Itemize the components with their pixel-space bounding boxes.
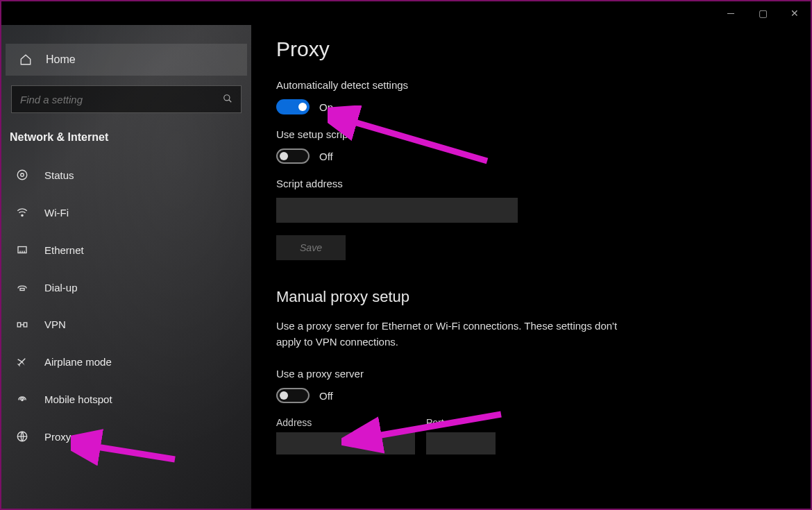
save-button[interactable]: Save xyxy=(276,235,346,260)
main-panel: Proxy Automatically detect settings On U… xyxy=(251,1,811,509)
svg-point-3 xyxy=(21,173,24,177)
hotspot-icon xyxy=(14,393,31,405)
svg-rect-9 xyxy=(20,289,24,291)
manual-description: Use a proxy server for Ethernet or Wi-Fi… xyxy=(276,318,623,350)
port-input[interactable] xyxy=(426,432,496,454)
section-title: Network & Internet xyxy=(1,131,251,153)
port-label: Port xyxy=(426,417,496,428)
home-label: Home xyxy=(46,53,76,66)
setup-script-toggle-row: Off xyxy=(276,148,786,164)
svg-point-0 xyxy=(224,94,230,100)
use-proxy-toggle-row: Off xyxy=(276,388,786,403)
auto-detect-label: Automatically detect settings xyxy=(276,79,786,91)
search-box[interactable] xyxy=(11,85,242,113)
airplane-icon xyxy=(14,355,31,368)
sidebar-item-label: Status xyxy=(44,169,74,181)
address-label: Address xyxy=(276,417,415,428)
sidebar-item-label: Ethernet xyxy=(44,244,84,256)
svg-line-1 xyxy=(229,99,232,102)
address-port-row: Address Port xyxy=(276,417,786,461)
vpn-icon xyxy=(14,319,31,330)
sidebar-item-status[interactable]: Status xyxy=(1,159,251,191)
setup-script-state: Off xyxy=(319,151,333,162)
sidebar-item-label: Mobile hotspot xyxy=(44,393,112,405)
svg-point-2 xyxy=(17,170,27,180)
sidebar-item-airplane[interactable]: Airplane mode xyxy=(1,346,251,377)
settings-sidebar: ← Settings Home Network & Internet Statu… xyxy=(1,1,251,509)
sidebar-item-label: Proxy xyxy=(44,431,71,443)
dialup-icon xyxy=(14,281,31,294)
home-button[interactable]: Home xyxy=(6,44,247,76)
sidebar-item-label: VPN xyxy=(44,318,66,330)
svg-point-4 xyxy=(22,214,23,216)
auto-detect-toggle-row: On xyxy=(276,99,786,114)
manual-heading: Manual proxy setup xyxy=(276,288,786,306)
wifi-icon xyxy=(14,206,31,219)
use-proxy-label: Use a proxy server xyxy=(276,368,786,380)
use-proxy-state: Off xyxy=(319,390,333,402)
search-input[interactable] xyxy=(20,94,223,105)
window-close-button[interactable]: ✕ xyxy=(779,1,811,25)
ethernet-icon xyxy=(14,244,31,256)
window-maximize-button[interactable]: ▢ xyxy=(747,1,779,25)
auto-detect-state: On xyxy=(319,101,333,113)
sidebar-item-wifi[interactable]: Wi-Fi xyxy=(1,196,251,228)
window-minimize-button[interactable]: ─ xyxy=(715,1,747,25)
sidebar-item-dialup[interactable]: Dial-up xyxy=(1,271,251,303)
sidebar-item-hotspot[interactable]: Mobile hotspot xyxy=(1,383,251,415)
page-title: Proxy xyxy=(276,37,786,61)
sidebar-item-label: Airplane mode xyxy=(44,356,112,368)
window-titlebar: ─ ▢ ✕ xyxy=(1,1,811,25)
sidebar-item-ethernet[interactable]: Ethernet xyxy=(1,234,251,266)
sidebar-item-label: Wi-Fi xyxy=(44,207,69,219)
svg-rect-10 xyxy=(17,323,21,327)
auto-detect-toggle[interactable] xyxy=(276,99,310,114)
status-icon xyxy=(14,169,31,181)
svg-point-13 xyxy=(22,399,23,400)
setup-script-label: Use setup script xyxy=(276,128,786,140)
search-icon xyxy=(223,94,232,105)
sidebar-item-vpn[interactable]: VPN xyxy=(1,309,251,340)
script-address-label: Script address xyxy=(276,178,786,189)
home-icon xyxy=(18,53,33,66)
proxy-icon xyxy=(14,430,31,443)
use-proxy-toggle[interactable] xyxy=(276,388,310,403)
sidebar-item-proxy[interactable]: Proxy xyxy=(1,420,251,452)
script-address-input[interactable] xyxy=(276,198,518,223)
address-input[interactable] xyxy=(276,432,415,454)
svg-rect-11 xyxy=(24,323,27,327)
sidebar-item-label: Dial-up xyxy=(44,282,78,294)
setup-script-toggle[interactable] xyxy=(276,148,310,164)
